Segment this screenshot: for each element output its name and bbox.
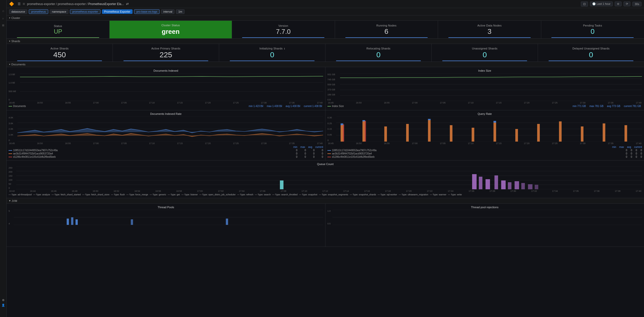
svg-rect-53 xyxy=(514,181,519,189)
cluster-section-header[interactable]: ▾ Cluster xyxy=(7,15,644,21)
index-size-legend-label: Index Size xyxy=(332,105,344,108)
tv-mode-button[interactable]: ⊡ xyxy=(581,2,588,7)
shards-stat-row: Active Shards 450 Active Primary Shards … xyxy=(7,44,644,62)
svg-rect-32 xyxy=(515,129,518,142)
sidebar-home-icon[interactable]: ⌂ xyxy=(2,9,4,13)
refresh-interval-button[interactable]: 30s xyxy=(632,2,641,6)
query-rate-legend-line1 xyxy=(327,150,331,151)
documents-charts-row1: Documents Indexed 1.5 Bil 1.0 Bil 500 Mi… xyxy=(7,67,644,110)
time-range-button[interactable]: 🕐 Last 1 hour xyxy=(590,2,613,6)
datasource-value-tag[interactable]: prometheus xyxy=(29,9,48,14)
svg-rect-63 xyxy=(131,219,133,225)
docs-indexed-legend-line xyxy=(9,106,12,107)
queue-count-x-axis: 16:42 16:44 16:46 16:48 16:50 16:52 16:5… xyxy=(9,190,642,192)
unassigned-shards-panel: Unassigned Shards 0 xyxy=(432,44,538,62)
docs-rate-chart-area: 4.0K 3.0K 2.0K 1.0K 0 xyxy=(9,116,323,142)
jvm-charts-row: Thread Pools 5 4 Thread pool rejections xyxy=(7,204,644,247)
docs-indexed-legend: Documents xyxy=(9,105,26,108)
index-size-y-axis: 931 GB 745 GB 559 GB 373 GB 186 GB 0.8 xyxy=(327,73,340,101)
svg-rect-62 xyxy=(75,219,78,225)
query-rate-legend: minmaxavgcurrent 108512c17d10449553ea790… xyxy=(327,146,642,158)
queue-count-chart-area: 250 200 150 100 50 0 xyxy=(9,167,642,189)
version-value: 7.7.0 xyxy=(276,28,291,35)
interval-tag[interactable]: interval xyxy=(161,9,174,14)
svg-rect-56 xyxy=(535,185,538,189)
active-primary-shards-underline xyxy=(123,61,208,61)
breadcrumb: prometheus-exporter / prometheus-exporte… xyxy=(27,2,124,6)
cluster-stat-row: Status UP Cluster Status green Version 7… xyxy=(7,21,644,39)
index-size-legend-line xyxy=(327,106,331,107)
cluster-status-label: Cluster Status xyxy=(161,24,180,27)
unassigned-shards-underline xyxy=(442,61,527,61)
topbar-right: ⊡ 🕐 Last 1 hour ⊖ ⟳ 30s xyxy=(581,2,641,7)
namespace-tag[interactable]: namespace xyxy=(50,9,69,14)
docs-indexed-legend-row: Documents min 1.423 Bil max 1.438 Bil av… xyxy=(9,105,323,108)
svg-rect-52 xyxy=(508,182,511,189)
menu-icon[interactable]: ☰ xyxy=(18,2,21,6)
jvm-section-label: JVM xyxy=(12,199,17,202)
running-nodes-value: 6 xyxy=(384,28,389,35)
query-rate-chart-area: 0.30 0.25 0.15 0.05 0 xyxy=(327,116,642,142)
jvm-section-header[interactable]: ▾ JVM xyxy=(7,198,644,204)
cluster-status-panel: Cluster Status green xyxy=(110,21,232,38)
docs-indexed-stats: min 1.423 Bil max 1.438 Bil avg 1.430 Bi… xyxy=(249,105,323,108)
query-rate-legend-row3: d1286c4fe0811e105c61bfb2f8ed5beb 0 0 0 0 xyxy=(327,155,642,158)
thread-pool-rejections-svg xyxy=(332,210,642,225)
svg-rect-33 xyxy=(537,124,540,142)
namespace-value-tag[interactable]: prometheus-exporter xyxy=(70,9,100,14)
unassigned-shards-label: Unassigned Shards xyxy=(472,47,497,50)
relocating-shards-value: 0 xyxy=(376,51,381,59)
job-tag[interactable]: pro-base-es-logs xyxy=(134,9,160,14)
info-icon[interactable]: ℹ xyxy=(284,47,285,50)
share-icon[interactable]: ⇄ xyxy=(126,2,129,6)
sidebar-search-icon[interactable]: ⌕ xyxy=(2,17,4,20)
svg-rect-29 xyxy=(472,128,474,142)
datasource-tag[interactable]: datasource xyxy=(9,9,27,14)
docs-rate-y-axis: 4.0K 3.0K 2.0K 1.0K 0 xyxy=(9,116,17,142)
active-data-nodes-label: Active Data Nodes xyxy=(477,24,502,27)
chevron-down-icon-jvm: ▾ xyxy=(9,199,11,202)
svg-rect-27 xyxy=(428,119,430,120)
status-label: Status xyxy=(54,24,62,28)
docs-indexed-panel: Documents Indexed 1.5 Bil 1.0 Bil 500 Mi… xyxy=(7,67,325,110)
running-nodes-label: Running Nodes xyxy=(376,24,397,27)
shards-section-header[interactable]: ▾ Shards xyxy=(7,39,644,44)
queue-count-svg xyxy=(16,167,642,189)
cluster-section-label: Cluster xyxy=(11,16,20,19)
svg-rect-24 xyxy=(384,126,387,142)
queue-count-title: Queue Count xyxy=(9,163,642,166)
refresh-button[interactable]: ⟳ xyxy=(624,2,630,6)
docs-rate-legend: minmaxavgcurrent 108512c17d10449553ea790… xyxy=(9,146,323,158)
svg-rect-39 xyxy=(365,121,366,142)
sidebar-apps-icon[interactable]: ⊞ xyxy=(2,24,4,27)
topbar: 🔶 ☰ ⊞ prometheus-exporter / prometheus-e… xyxy=(7,0,644,8)
thread-pools-chart-area: 5 4 xyxy=(9,210,323,225)
thread-pool-rejections-chart-area: 1.0 0.5 xyxy=(327,210,642,225)
initializing-shards-underline xyxy=(230,61,315,61)
docs-rate-legend-row1: 108512c17d10449553ea7907c752c49a 0 0 0 0 xyxy=(9,149,323,152)
documents-section-label: Documents xyxy=(11,63,25,66)
queue-count-y-axis: 250 200 150 100 50 0 xyxy=(9,167,16,189)
active-primary-shards-panel: Active Primary Shards 225 xyxy=(113,44,219,62)
zoom-out-button[interactable]: ⊖ xyxy=(615,2,622,6)
svg-rect-48 xyxy=(479,177,482,189)
index-size-stats: min 771 GB max 781 GB avg 773 GB current… xyxy=(573,105,642,108)
svg-rect-55 xyxy=(528,184,532,189)
separator-icon: ⊞ xyxy=(23,2,25,6)
index-size-panel: Index Size 931 GB 745 GB 559 GB 373 GB 1… xyxy=(325,67,644,110)
svg-rect-51 xyxy=(501,180,506,189)
svg-rect-54 xyxy=(521,183,525,189)
pending-tasks-panel: Pending Tasks 0 xyxy=(541,21,644,38)
svg-rect-37 xyxy=(625,125,627,142)
thread-pool-rejections-panel: Thread pool rejections 1.0 0.5 xyxy=(325,204,644,247)
svg-rect-61 xyxy=(71,217,73,225)
documents-section-header[interactable]: ▾ Documents xyxy=(7,62,644,67)
topbar-left: 🔶 ☰ ⊞ prometheus-exporter / prometheus-e… xyxy=(9,2,129,6)
query-rate-stats-header: minmaxavgcurrent xyxy=(327,146,642,148)
interval-value-tag[interactable]: 1m xyxy=(176,9,184,14)
thread-pool-rejections-title: Thread pool rejections xyxy=(327,206,642,209)
sidebar: ⌂ ⌕ ⊞ ⚙ 👤 xyxy=(0,0,7,247)
docs-indexed-chart-area: 1.5 Bil 1.0 Bil 500 Mil 0 xyxy=(9,73,323,101)
dashboard-tag[interactable]: Prometheus Exporter xyxy=(102,9,133,14)
active-shards-panel: Active Shards 450 xyxy=(7,44,113,62)
